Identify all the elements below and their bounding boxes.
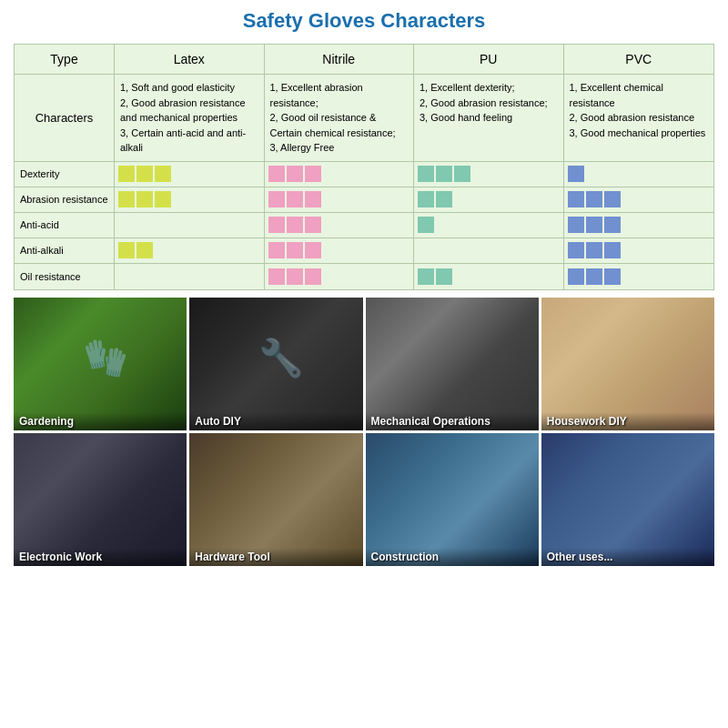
rating-block [305, 217, 321, 233]
image-label: Hardware Tool [189, 548, 362, 566]
rating-block [305, 166, 321, 182]
image-cell-housework-diy: Housework DIY [541, 298, 714, 430]
rating-nitrile-dexterity [265, 162, 415, 187]
rating-block [305, 191, 321, 207]
image-label: Housework DIY [541, 412, 714, 430]
rating-pu-oil-resistance [414, 264, 564, 289]
rating-block [118, 191, 135, 207]
rating-block [136, 166, 153, 182]
rating-label: Dexterity [15, 162, 115, 187]
col-nitrile: Nitrile [265, 45, 415, 74]
rating-block [118, 166, 135, 182]
nitrile-characters: 1, Excellent abrasion resistance; 2, Goo… [265, 75, 415, 161]
rating-block [568, 242, 584, 258]
rating-block [436, 166, 452, 182]
characters-row: Characters 1, Soft and good elasticity 2… [15, 75, 713, 162]
col-type: Type [15, 45, 115, 74]
rating-block [287, 166, 303, 182]
rating-block [454, 166, 470, 182]
rating-block [586, 191, 602, 207]
rating-block [604, 191, 621, 207]
rating-row: Oil resistance [15, 264, 713, 289]
rating-block [418, 217, 434, 233]
image-cell-mechanical-operations: Mechanical Operations [366, 298, 539, 430]
rating-block [287, 242, 303, 258]
rating-block [418, 191, 434, 207]
rating-pu-dexterity [414, 162, 564, 187]
rating-block [136, 242, 153, 258]
rating-block [268, 217, 285, 233]
image-cell-other-uses...: Other uses... [541, 433, 714, 566]
col-latex: Latex [115, 45, 265, 74]
rating-block [155, 191, 171, 207]
rating-pvc-dexterity [564, 162, 714, 187]
rating-block [604, 242, 621, 258]
rating-block [305, 268, 321, 285]
rating-block [436, 268, 452, 285]
rating-row: Abrasion resistance [15, 187, 713, 213]
rating-block [586, 242, 602, 258]
rating-row: Dexterity [15, 162, 713, 187]
rating-block [568, 268, 584, 285]
comparison-table: Type Latex Nitrile PU PVC Characters 1, … [14, 44, 714, 290]
rating-block [604, 217, 621, 233]
rating-block [118, 242, 135, 258]
rating-block [155, 166, 171, 182]
rating-pvc-abrasion-resistance [564, 187, 714, 212]
pu-characters: 1, Excellent dexterity; 2, Good abrasion… [414, 75, 564, 161]
rating-block [268, 166, 285, 182]
rating-label: Abrasion resistance [15, 187, 115, 212]
rating-block [136, 191, 153, 207]
rating-label: Oil resistance [15, 264, 115, 289]
rating-nitrile-oil-resistance [265, 264, 415, 289]
rating-block [568, 191, 584, 207]
page-wrapper: Safety Gloves Characters Type Latex Nitr… [0, 0, 728, 728]
rating-block [287, 268, 303, 285]
rating-pvc-anti-alkali [564, 238, 714, 263]
rating-block [287, 217, 303, 233]
use-cases-grid: GardeningAuto DIYMechanical OperationsHo… [14, 298, 714, 566]
pvc-characters: 1, Excellent chemical resistance 2, Good… [564, 75, 714, 161]
rating-block [418, 166, 434, 182]
image-cell-hardware-tool: Hardware Tool [189, 433, 362, 566]
rating-latex-abrasion-resistance [115, 187, 265, 212]
rating-nitrile-anti-alkali [265, 238, 415, 263]
rating-block [305, 242, 321, 258]
latex-characters: 1, Soft and good elasticity 2, Good abra… [115, 75, 265, 161]
rating-row: Anti-alkali [15, 238, 713, 264]
rating-pu-anti-alkali [414, 238, 564, 263]
image-label: Construction [366, 548, 539, 566]
rating-block [268, 268, 285, 285]
rating-nitrile-anti-acid [265, 213, 415, 238]
rating-block [287, 191, 303, 207]
col-pvc: PVC [564, 45, 714, 74]
image-label: Mechanical Operations [366, 412, 539, 430]
image-label: Other uses... [541, 548, 714, 566]
rating-pvc-anti-acid [564, 213, 714, 238]
page-title: Safety Gloves Characters [14, 9, 714, 33]
rating-block [586, 217, 602, 233]
rating-block [568, 166, 584, 182]
rating-block [268, 191, 285, 207]
image-label: Gardening [14, 412, 187, 430]
rating-row: Anti-acid [15, 213, 713, 238]
rating-rows: DexterityAbrasion resistanceAnti-acidAnt… [15, 162, 713, 289]
col-pu: PU [414, 45, 564, 74]
rating-block [436, 191, 452, 207]
rating-block [418, 268, 434, 285]
rating-block [586, 268, 602, 285]
rating-block [568, 217, 584, 233]
image-cell-gardening: Gardening [14, 298, 187, 430]
rating-latex-dexterity [115, 162, 265, 187]
image-cell-electronic-work: Electronic Work [14, 433, 187, 566]
image-label: Auto DIY [189, 412, 362, 430]
table-header: Type Latex Nitrile PU PVC [15, 45, 713, 75]
rating-latex-anti-alkali [115, 238, 265, 263]
rating-block [604, 268, 621, 285]
rating-label: Anti-alkali [15, 238, 115, 263]
rating-pu-anti-acid [414, 213, 564, 238]
rating-nitrile-abrasion-resistance [265, 187, 415, 212]
rating-pu-abrasion-resistance [414, 187, 564, 212]
rating-block [268, 242, 285, 258]
rating-pvc-oil-resistance [564, 264, 714, 289]
